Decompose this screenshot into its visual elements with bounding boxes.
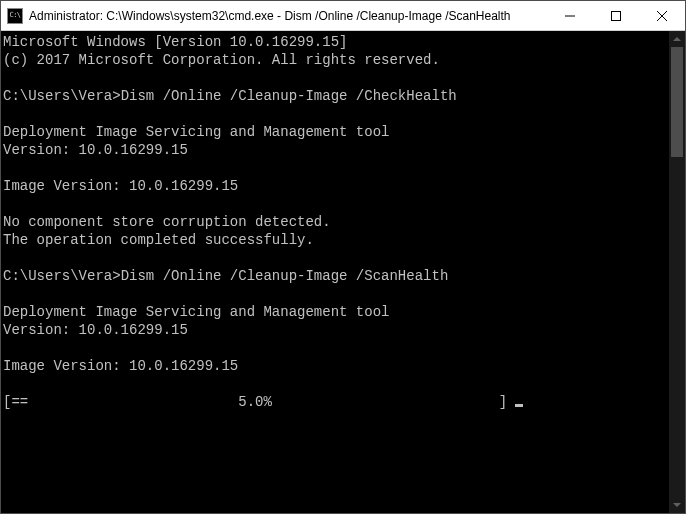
minimize-button[interactable] — [547, 1, 593, 30]
window-title: Administrator: C:\Windows\system32\cmd.e… — [29, 9, 547, 23]
vertical-scrollbar[interactable] — [669, 31, 685, 513]
minimize-icon — [565, 11, 575, 21]
text-line: Image Version: 10.0.16299.15 — [3, 358, 238, 374]
cmd-icon: C:\ — [7, 8, 23, 24]
text-line: Version: 10.0.16299.15 — [3, 322, 188, 338]
scroll-down-arrow[interactable] — [669, 497, 685, 513]
text-line: Image Version: 10.0.16299.15 — [3, 178, 238, 194]
prompt-path: C:\Users\Vera> — [3, 88, 121, 104]
maximize-button[interactable] — [593, 1, 639, 30]
text-line: The operation completed successfully. — [3, 232, 314, 248]
chevron-down-icon — [673, 503, 681, 507]
text-line: Deployment Image Servicing and Managemen… — [3, 124, 389, 140]
close-button[interactable] — [639, 1, 685, 30]
svg-marker-5 — [673, 503, 681, 507]
prompt-path: C:\Users\Vera> — [3, 268, 121, 284]
text-line: Version: 10.0.16299.15 — [3, 142, 188, 158]
cmd-window: C:\ Administrator: C:\Windows\system32\c… — [0, 0, 686, 514]
text-line: Deployment Image Servicing and Managemen… — [3, 304, 389, 320]
cursor — [515, 404, 523, 407]
scroll-track[interactable] — [669, 47, 685, 497]
maximize-icon — [611, 11, 621, 21]
close-icon — [657, 11, 667, 21]
progress-bar: [== 5.0% ] — [3, 394, 515, 410]
svg-marker-4 — [673, 37, 681, 41]
window-controls — [547, 1, 685, 30]
cmd-icon-text: C:\ — [9, 12, 20, 19]
console-area: Microsoft Windows [Version 10.0.16299.15… — [1, 31, 685, 513]
scroll-thumb[interactable] — [671, 47, 683, 157]
svg-rect-1 — [612, 11, 621, 20]
prompt-command: Dism /Online /Cleanup-Image /ScanHealth — [121, 268, 449, 284]
scroll-up-arrow[interactable] — [669, 31, 685, 47]
prompt-command: Dism /Online /Cleanup-Image /CheckHealth — [121, 88, 457, 104]
chevron-up-icon — [673, 37, 681, 41]
text-line: Microsoft Windows [Version 10.0.16299.15… — [3, 34, 347, 50]
text-line: (c) 2017 Microsoft Corporation. All righ… — [3, 52, 440, 68]
text-line: No component store corruption detected. — [3, 214, 331, 230]
console-output[interactable]: Microsoft Windows [Version 10.0.16299.15… — [1, 31, 669, 513]
titlebar[interactable]: C:\ Administrator: C:\Windows\system32\c… — [1, 1, 685, 31]
